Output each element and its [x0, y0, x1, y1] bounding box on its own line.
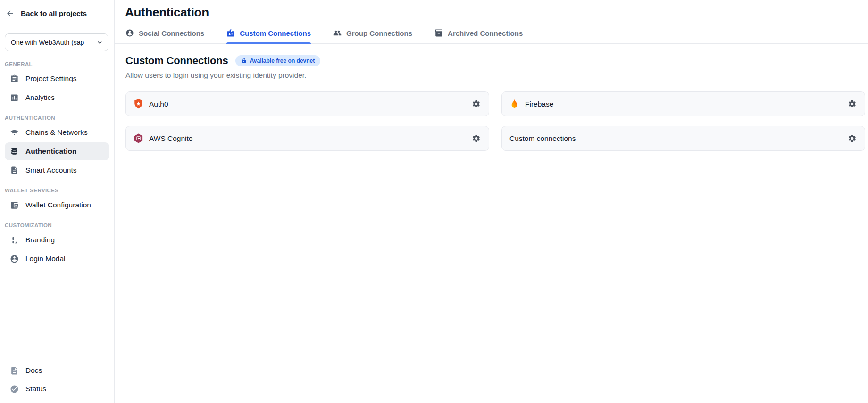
- sidebar-item-label: Authentication: [25, 147, 77, 156]
- card-auth0[interactable]: Auth0: [125, 91, 489, 116]
- auth0-icon: [133, 99, 144, 109]
- wallet-icon: [10, 201, 19, 210]
- gear-icon: [472, 134, 481, 143]
- clipboard-icon: [10, 74, 19, 83]
- sidebar-section-general: GENERAL: [0, 53, 114, 69]
- document-icon: [10, 166, 19, 175]
- card-firebase[interactable]: Firebase: [501, 91, 865, 116]
- project-dropdown-value: One with Web3Auth (sap: [11, 39, 96, 46]
- devnet-badge: Available free on devnet: [235, 55, 321, 66]
- sidebar-section-customization: CUSTOMIZATION: [0, 214, 114, 230]
- project-dropdown[interactable]: One with Web3Auth (sap: [5, 33, 108, 51]
- gear-icon: [848, 99, 857, 108]
- firebase-settings-button[interactable]: [847, 99, 858, 109]
- sidebar-item-analytics[interactable]: Analytics: [5, 89, 109, 107]
- arrow-left-icon: [6, 9, 15, 18]
- firebase-icon: [509, 99, 520, 109]
- sidebar-item-label: Wallet Configuration: [25, 201, 91, 209]
- main-content: Authentication Social Connections Custom…: [115, 0, 868, 403]
- page-title: Authentication: [115, 0, 868, 20]
- card-label: Custom connections: [509, 134, 576, 143]
- database-icon: [10, 147, 19, 156]
- sidebar-item-branding[interactable]: Branding: [5, 231, 109, 249]
- group-icon: [333, 29, 342, 37]
- card-aws-cognito[interactable]: AWS Cognito: [125, 126, 489, 151]
- sidebar-item-smart-accounts[interactable]: Smart Accounts: [5, 161, 109, 179]
- tab-social-connections[interactable]: Social Connections: [125, 29, 204, 43]
- card-label: Firebase: [525, 100, 553, 108]
- aws-cognito-icon: [133, 133, 144, 144]
- badge-icon: [226, 29, 235, 37]
- back-to-projects-link[interactable]: Back to all projects: [0, 0, 114, 26]
- tab-custom-connections[interactable]: Custom Connections: [226, 29, 311, 43]
- tab-archived-connections[interactable]: Archived Connections: [434, 29, 523, 43]
- connection-cards-grid: Auth0: [125, 91, 865, 151]
- chevron-down-icon: [96, 39, 104, 47]
- sidebar-section-wallet-services: WALLET SERVICES: [0, 180, 114, 196]
- custom-connections-section: Custom Connections Available free on dev…: [115, 44, 868, 151]
- sidebar-item-wallet-configuration[interactable]: Wallet Configuration: [5, 196, 109, 214]
- chart-doc-icon: [10, 93, 19, 102]
- sidebar-item-label: Login Modal: [25, 255, 65, 263]
- sidebar-item-label: Branding: [25, 236, 55, 244]
- sidebar-item-label: Chains & Networks: [25, 128, 88, 137]
- section-title: Custom Connections: [125, 55, 228, 67]
- person-circle-icon: [10, 255, 19, 263]
- check-circle-icon: [10, 385, 19, 394]
- sidebar-item-label: Status: [25, 385, 46, 393]
- sidebar-item-status[interactable]: Status: [5, 380, 109, 398]
- sidebar-item-label: Smart Accounts: [25, 166, 77, 174]
- card-custom-connections[interactable]: Custom connections: [501, 126, 865, 151]
- aws-cognito-settings-button[interactable]: [471, 133, 482, 144]
- sidebar-item-label: Docs: [25, 366, 42, 375]
- document-icon: [10, 366, 19, 375]
- wifi-icon: [10, 128, 19, 137]
- card-label: Auth0: [149, 100, 168, 108]
- back-label: Back to all projects: [21, 9, 87, 18]
- tab-label: Social Connections: [139, 29, 204, 37]
- tab-label: Custom Connections: [240, 29, 311, 37]
- tab-group-connections[interactable]: Group Connections: [333, 29, 412, 43]
- sidebar-item-authentication[interactable]: Authentication: [5, 142, 109, 160]
- brand-icon: [10, 236, 19, 245]
- sidebar-item-project-settings[interactable]: Project Settings: [5, 70, 109, 88]
- sidebar-item-chains-networks[interactable]: Chains & Networks: [5, 123, 109, 141]
- tab-label: Archived Connections: [448, 29, 523, 37]
- custom-connections-settings-button[interactable]: [847, 133, 858, 144]
- sidebar-item-label: Analytics: [25, 93, 55, 102]
- gear-icon: [848, 134, 857, 143]
- devnet-badge-label: Available free on devnet: [250, 58, 315, 64]
- section-subtitle: Allow users to login using your existing…: [125, 71, 865, 80]
- card-label: AWS Cognito: [149, 134, 192, 143]
- sidebar-footer: Docs Status: [0, 355, 114, 403]
- sidebar-item-label: Project Settings: [25, 74, 77, 83]
- sidebar-item-login-modal[interactable]: Login Modal: [5, 250, 109, 268]
- auth0-settings-button[interactable]: [471, 99, 482, 109]
- archive-icon: [434, 29, 443, 37]
- gear-icon: [472, 99, 481, 108]
- tab-bar: Social Connections Custom Connections Gr…: [115, 29, 868, 44]
- sidebar: Back to all projects One with Web3Auth (…: [0, 0, 115, 403]
- tab-label: Group Connections: [346, 29, 412, 37]
- sidebar-item-docs[interactable]: Docs: [5, 362, 109, 379]
- person-circle-icon: [125, 29, 134, 37]
- lock-icon: [241, 58, 247, 64]
- sidebar-section-authentication: AUTHENTICATION: [0, 107, 114, 123]
